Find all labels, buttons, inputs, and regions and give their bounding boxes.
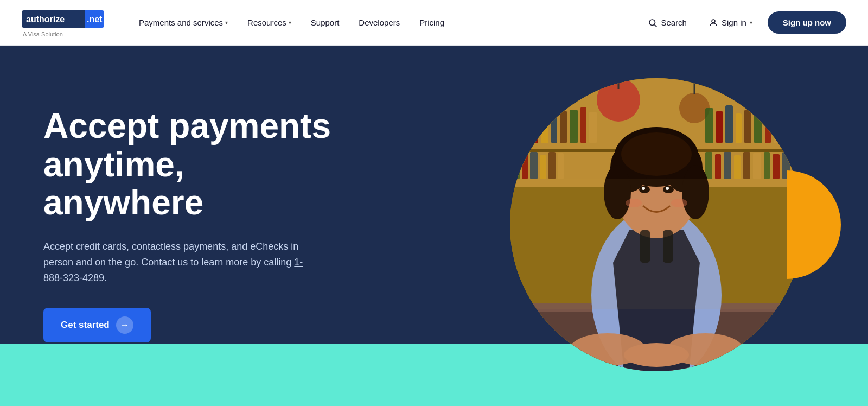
svg-rect-29 <box>774 108 781 143</box>
signin-button[interactable]: Sign in ▾ <box>702 14 759 32</box>
svg-point-12 <box>679 93 710 123</box>
nav-support[interactable]: Support <box>303 14 347 31</box>
nav-right: Search Sign in ▾ Sign up now <box>641 11 846 34</box>
svg-rect-35 <box>530 152 538 179</box>
user-icon <box>709 18 718 28</box>
search-button[interactable]: Search <box>641 14 693 32</box>
yellow-accent <box>787 170 841 279</box>
svg-rect-45 <box>764 152 770 179</box>
nav-developers[interactable]: Developers <box>351 14 407 31</box>
svg-rect-31 <box>793 104 801 143</box>
svg-rect-14 <box>521 111 529 143</box>
nav-payments[interactable]: Payments and services ▾ <box>131 14 235 31</box>
svg-rect-71 <box>510 179 803 309</box>
svg-rect-38 <box>558 153 564 179</box>
svg-rect-36 <box>540 155 546 179</box>
svg-rect-46 <box>773 154 780 179</box>
svg-rect-27 <box>754 106 762 143</box>
logo-mark: authorize .net <box>22 8 114 30</box>
hero-image <box>510 78 803 371</box>
svg-rect-40 <box>715 154 721 179</box>
svg-line-6 <box>655 24 657 27</box>
svg-rect-26 <box>744 110 751 143</box>
svg-rect-22 <box>705 108 713 143</box>
svg-point-68 <box>624 343 689 367</box>
svg-rect-39 <box>705 152 712 179</box>
svg-rect-43 <box>743 152 750 179</box>
hero-content: Accept payments anytime, anywhere Accept… <box>43 107 347 342</box>
svg-rect-37 <box>548 152 556 179</box>
chevron-down-icon: ▾ <box>225 20 228 26</box>
svg-rect-44 <box>753 153 761 179</box>
svg-rect-15 <box>532 108 538 143</box>
svg-text:authorize: authorize <box>26 15 65 24</box>
nav-resources[interactable]: Resources ▾ <box>240 14 299 31</box>
search-icon <box>648 18 658 28</box>
nav-links: Payments and services ▾ Resources ▾ Supp… <box>131 14 624 31</box>
get-started-button[interactable]: Get started → <box>43 308 151 342</box>
svg-point-57 <box>621 132 692 176</box>
svg-rect-25 <box>736 113 742 143</box>
logo-subtitle: A Visa Solution <box>23 31 63 37</box>
svg-rect-30 <box>784 112 790 143</box>
cta-bar: Questions? Speak to a human. Call 1-888-… <box>0 404 868 406</box>
hero-image-area <box>347 78 825 371</box>
svg-rect-21 <box>589 112 597 143</box>
svg-rect-41 <box>724 152 731 179</box>
svg-rect-23 <box>716 111 723 143</box>
svg-text:.net: .net <box>87 15 103 24</box>
hero-illustration <box>510 78 803 371</box>
svg-point-7 <box>712 20 715 23</box>
chevron-down-icon: ▾ <box>750 20 752 26</box>
svg-rect-17 <box>551 105 557 143</box>
nav-pricing[interactable]: Pricing <box>412 14 452 31</box>
svg-rect-20 <box>580 107 586 143</box>
hero-description: Accept credit cards, contactless payment… <box>43 239 315 286</box>
svg-rect-24 <box>725 105 733 143</box>
hero-section: Accept payments anytime, anywhere Accept… <box>0 46 868 404</box>
svg-rect-16 <box>541 113 548 143</box>
logo-svg: authorize .net <box>22 8 114 30</box>
svg-rect-33 <box>513 152 520 179</box>
signup-button[interactable]: Sign up now <box>768 11 846 34</box>
svg-point-5 <box>649 20 655 26</box>
svg-rect-42 <box>734 155 741 179</box>
chevron-down-icon: ▾ <box>289 20 291 26</box>
logo[interactable]: authorize .net A Visa Solution <box>22 8 114 37</box>
svg-rect-18 <box>560 111 567 143</box>
arrow-right-icon: → <box>116 316 133 334</box>
hero-title: Accept payments anytime, anywhere <box>43 107 347 221</box>
svg-rect-28 <box>765 111 771 143</box>
svg-rect-34 <box>522 154 528 179</box>
navbar: authorize .net A Visa Solution Payments … <box>0 0 868 46</box>
svg-rect-19 <box>570 110 578 143</box>
